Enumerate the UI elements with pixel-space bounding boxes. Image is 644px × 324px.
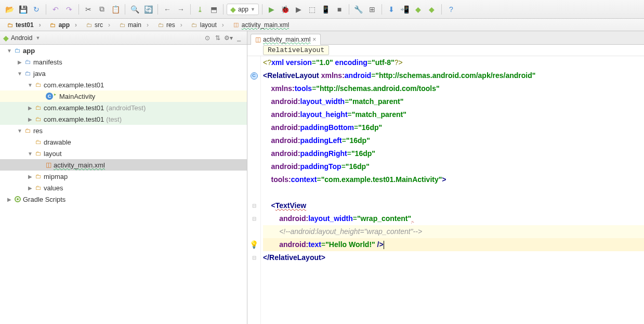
- class-icon: C: [46, 93, 53, 100]
- folder-icon: 🗀: [49, 21, 57, 29]
- cut-icon[interactable]: ✂: [82, 3, 95, 16]
- fold-icon[interactable]: ⊟: [252, 212, 256, 225]
- make-icon[interactable]: ⤓: [194, 3, 206, 16]
- folder-icon: 🗀: [85, 21, 93, 29]
- crumb-main[interactable]: 🗀main: [114, 19, 153, 31]
- close-icon[interactable]: ×: [312, 36, 316, 43]
- bulb-icon[interactable]: 💡: [249, 238, 258, 251]
- separator: [190, 4, 191, 15]
- scroll-source-icon[interactable]: ⇅: [213, 33, 223, 43]
- attach-icon[interactable]: ⬚: [306, 3, 319, 16]
- tab-label: activity_main.xml: [263, 36, 310, 43]
- tree-node-pkg1[interactable]: ▼🗀com.example.test01: [0, 79, 247, 90]
- nav-element[interactable]: RelativeLayout: [263, 45, 329, 55]
- crumb-test01[interactable]: 🗀test01: [2, 19, 45, 31]
- tree-node-values[interactable]: ▶🗀values: [0, 182, 247, 193]
- breadcrumb-bar: 🗀test01 🗀app 🗀src 🗀main 🗀res 🗀layout ◫ac…: [0, 19, 644, 31]
- crumb-src[interactable]: 🗀src: [81, 19, 114, 31]
- chevron-down-icon[interactable]: ▼: [35, 35, 40, 41]
- save-icon[interactable]: 💾: [17, 3, 29, 16]
- chevron-down-icon: ▼: [251, 7, 255, 12]
- expand-icon[interactable]: ▶: [27, 185, 33, 191]
- panel-title: Android: [11, 34, 32, 42]
- device-icon[interactable]: 📱: [320, 3, 332, 16]
- project-panel-header: ◆ Android ▼ ⊙ ⇅ ⚙▾ ⎯: [0, 31, 247, 45]
- config-label: app: [238, 6, 248, 13]
- separator: [125, 4, 125, 15]
- tree-node-java[interactable]: ▼🗀java: [0, 68, 247, 79]
- find-icon[interactable]: 🔍: [128, 3, 141, 16]
- class-gutter-icon[interactable]: C: [251, 72, 258, 80]
- expand-icon[interactable]: ▼: [17, 71, 23, 76]
- expand-icon[interactable]: ▶: [27, 116, 33, 122]
- xml-file-icon: ◫: [46, 161, 51, 169]
- tree-node-app[interactable]: ▼🗀app: [0, 45, 247, 56]
- code-editor[interactable]: C ⊟ ⊟ 💡 ⊟ <?xml version="1.0" encoding="…: [247, 56, 644, 324]
- crumb-file[interactable]: ◫activity_main.xml: [228, 19, 298, 31]
- expand-icon[interactable]: ▼: [17, 128, 23, 134]
- tree-node-mainactivity[interactable]: C▸MainActivity: [0, 90, 247, 102]
- back-icon[interactable]: ←: [161, 3, 174, 16]
- paste-icon[interactable]: 📋: [109, 3, 122, 16]
- run-icon[interactable]: ▶: [266, 3, 278, 16]
- hide-icon[interactable]: ⎯: [233, 33, 244, 43]
- android-icon2[interactable]: ◆: [426, 3, 438, 16]
- separator: [382, 4, 382, 15]
- redo-icon[interactable]: ↷: [63, 3, 75, 16]
- tree-node-drawable[interactable]: 🗀drawable: [0, 136, 247, 148]
- tree-node-layout[interactable]: ▼🗀layout: [0, 148, 247, 159]
- tree-node-manifests[interactable]: ▶🗀manifests: [0, 56, 247, 68]
- code-body[interactable]: <?xml version="1.0" encoding="utf-8"?> <…: [261, 56, 644, 324]
- stop-icon[interactable]: ■: [333, 3, 346, 16]
- forward-icon[interactable]: →: [175, 3, 187, 16]
- tree-node-gradle[interactable]: ▶Gradle Scripts: [0, 193, 247, 205]
- layout-inspector-icon[interactable]: ⊞: [366, 3, 378, 16]
- package-icon: 🗀: [35, 115, 42, 123]
- undo-icon[interactable]: ↶: [49, 3, 62, 16]
- expand-icon[interactable]: ▶: [27, 105, 33, 111]
- replace-icon[interactable]: 🔄: [142, 3, 154, 16]
- xml-file-icon: ◫: [232, 21, 240, 29]
- collapse-icon[interactable]: ⊙: [202, 33, 213, 43]
- gear-icon[interactable]: ⚙▾: [223, 33, 233, 43]
- expand-icon[interactable]: ▶: [27, 174, 33, 179]
- avd-icon[interactable]: 📲: [399, 3, 411, 16]
- tree-node-pkg3[interactable]: ▶🗀com.example.test01 (test): [0, 113, 247, 125]
- tree-node-activity-xml[interactable]: ◫activity_main.xml: [0, 159, 247, 171]
- sync-icon[interactable]: ↻: [30, 3, 43, 16]
- open-icon[interactable]: 📂: [3, 3, 16, 16]
- expand-icon[interactable]: ▶: [6, 197, 12, 202]
- project-tree[interactable]: ▼🗀app ▶🗀manifests ▼🗀java ▼🗀com.example.t…: [0, 45, 247, 324]
- text-caret: [384, 241, 384, 249]
- android-icon: ◆: [3, 34, 9, 42]
- expand-icon[interactable]: ▶: [17, 59, 23, 65]
- expand-icon[interactable]: ▼: [27, 82, 33, 88]
- editor-tab-bar: ◫ activity_main.xml ×: [247, 31, 644, 45]
- help-icon[interactable]: ?: [445, 3, 457, 16]
- folder-icon: 🗀: [191, 21, 198, 29]
- tree-node-pkg2[interactable]: ▶🗀com.example.test01 (androidTest): [0, 102, 247, 113]
- expand-icon[interactable]: ▼: [6, 48, 12, 54]
- wrench-icon[interactable]: 🔧: [352, 3, 365, 16]
- separator: [78, 4, 79, 15]
- debug-icon[interactable]: 🐞: [279, 3, 292, 16]
- crumb-res[interactable]: 🗀res: [153, 19, 187, 31]
- fold-icon[interactable]: ⊟: [252, 251, 256, 264]
- tree-node-mipmap[interactable]: ▶🗀mipmap: [0, 171, 247, 182]
- fold-icon[interactable]: ⊟: [252, 199, 256, 212]
- gradle-icon: [15, 196, 21, 202]
- crumb-app[interactable]: 🗀app: [45, 19, 81, 31]
- run-config-dropdown[interactable]: ◆ app ▼: [227, 4, 259, 15]
- sdk-icon[interactable]: ⬇: [385, 3, 398, 16]
- module-icon: 🗀: [15, 47, 21, 54]
- editor-tab[interactable]: ◫ activity_main.xml ×: [251, 34, 321, 45]
- expand-icon[interactable]: ▼: [27, 151, 33, 157]
- crumb-layout[interactable]: 🗀layout: [187, 19, 228, 31]
- tree-node-res[interactable]: ▼🗀res: [0, 125, 247, 136]
- profile-icon[interactable]: ▶: [293, 3, 305, 16]
- separator: [262, 4, 262, 15]
- folder-icon: 🗀: [25, 70, 31, 77]
- monitor-icon[interactable]: ◆: [412, 3, 425, 16]
- copy-icon[interactable]: ⧉: [96, 3, 108, 16]
- tool-icon[interactable]: ⬒: [207, 3, 220, 16]
